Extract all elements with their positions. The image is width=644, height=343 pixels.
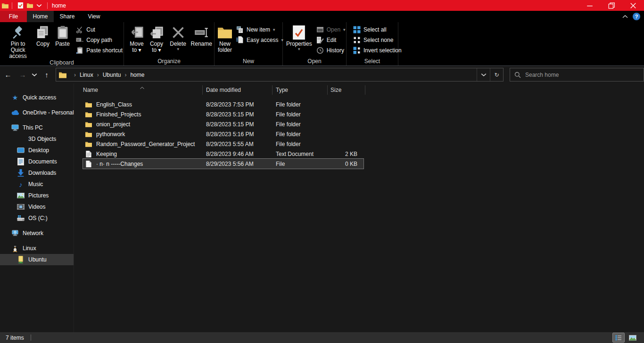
properties-button[interactable]: Properties▾ [286, 24, 312, 51]
breadcrumb-separator: › [74, 72, 76, 78]
ribbon-group-new: New folderNew item▾Easy access▾New [215, 22, 283, 65]
sidebar-item-label: Pictures [28, 192, 49, 199]
recent-locations-dropdown[interactable] [29, 72, 40, 78]
view-switcher [613, 333, 638, 342]
sidebar-item-desktop[interactable]: Desktop [0, 145, 74, 156]
sidebar-item-documents[interactable]: Documents [0, 156, 74, 167]
history-button[interactable]: History [316, 45, 346, 56]
breadcrumb-separator: › [124, 72, 126, 78]
column-header-date-modified[interactable]: Date modified [203, 85, 272, 95]
address-bar[interactable]: ›Linux›Ubuntu›home ↻ [56, 68, 504, 82]
search-box[interactable] [510, 68, 644, 82]
back-button[interactable]: ← [0, 71, 16, 79]
ribbon-group-open: Properties▾Open▾EditHistoryOpen [283, 22, 347, 65]
minimize-button[interactable] [579, 0, 601, 11]
column-header-type[interactable]: Type [272, 85, 328, 95]
qat-new-folder-button[interactable] [25, 1, 34, 10]
file-row[interactable]: Keeping8/28/2023 9:46 AMText Document2 K… [83, 149, 363, 159]
qat-properties-button[interactable] [16, 1, 25, 10]
tab-strip: HomeShareView [27, 11, 107, 22]
sidebar-item-this-pc[interactable]: This PC [0, 122, 74, 133]
sidebar-item-videos[interactable]: Videos [0, 201, 74, 212]
file-row[interactable]: Finished_Projects8/28/2023 5:15 PMFile f… [83, 109, 363, 119]
file-row[interactable]: Random_Password_Generator_Project8/29/20… [83, 139, 363, 149]
restore-button[interactable] [601, 0, 622, 11]
sidebar-item-music[interactable]: ♪Music [0, 179, 74, 190]
file-date: 8/29/2023 5:55 AM [203, 141, 272, 147]
documents-icon [17, 158, 25, 165]
search-input[interactable] [525, 72, 639, 78]
sidebar-item-ubuntu[interactable]: Ubuntu [0, 254, 74, 265]
easy-access-button[interactable]: Easy access▾ [236, 35, 283, 45]
file-date: 8/28/2023 5:16 PM [203, 131, 272, 138]
ubuntu-drive-icon [17, 256, 25, 263]
cut-icon [76, 26, 83, 33]
column-header-name[interactable]: Name [74, 85, 203, 95]
sidebar-item-3d-objects[interactable]: 3D Objects [0, 133, 74, 145]
help-button[interactable]: ? [633, 13, 640, 20]
sidebar-item-linux[interactable]: Linux [0, 243, 74, 254]
up-button[interactable]: ↑ [40, 71, 54, 79]
select-all-button[interactable]: Select all [353, 24, 402, 35]
tab-view[interactable]: View [81, 11, 107, 22]
new-folder-button[interactable]: New folder [218, 24, 232, 53]
delete-button[interactable]: Delete▾ [167, 24, 190, 51]
copy-to-button[interactable]: Copy to ▾ [147, 24, 166, 53]
refresh-button[interactable]: ↻ [490, 68, 503, 81]
file-date: 8/28/2023 5:15 PM [203, 111, 272, 118]
invert-selection-button[interactable]: Invert selection [353, 45, 402, 56]
file-row[interactable]: · n· n -----Changes8/29/2023 5:56 AMFile… [83, 159, 363, 169]
file-row[interactable]: onion_project8/28/2023 5:15 PMFile folde… [83, 119, 363, 129]
breadcrumb-separator: › [97, 72, 99, 78]
copy-button[interactable]: Copy [33, 24, 52, 47]
qat-customize-dropdown[interactable] [34, 1, 44, 10]
network-icon [11, 229, 19, 237]
copy-path-button[interactable]: WCopy path [76, 35, 123, 45]
sidebar-item-downloads[interactable]: Downloads [0, 167, 74, 179]
open-button[interactable]: Open▾ [316, 24, 346, 35]
file-name: · n· n -----Changes [96, 161, 143, 167]
forward-button[interactable]: → [16, 71, 29, 79]
delete-icon [171, 25, 185, 40]
tab-share[interactable]: Share [54, 11, 81, 22]
tab-home[interactable]: Home [27, 11, 54, 22]
paste-shortcut-button[interactable]: Paste shortcut [76, 45, 123, 56]
file-list: English_Class8/28/2023 7:53 PMFile folde… [74, 97, 644, 169]
select-none-button[interactable]: Select none [353, 35, 402, 45]
breadcrumb-segment-home[interactable]: home [130, 72, 144, 78]
file-row[interactable]: English_Class8/28/2023 7:53 PMFile folde… [83, 99, 363, 109]
linux-icon [11, 245, 19, 252]
rename-button[interactable]: Rename [190, 24, 213, 47]
tab-file[interactable]: File [0, 11, 27, 22]
sidebar-item-label: 3D Objects [28, 136, 56, 142]
sidebar-item-os-c-[interactable]: OS (C:) [0, 212, 74, 224]
sidebar-item-pictures[interactable]: Pictures [0, 190, 74, 201]
pin-to-quick-access-button[interactable]: Pin to Quick access [3, 24, 33, 59]
collapse-ribbon-icon[interactable] [622, 14, 628, 19]
drive-icon [17, 214, 25, 222]
star-icon: ★ [11, 94, 19, 101]
sidebar-item-quick-access[interactable]: ★Quick access [0, 92, 74, 103]
ribbon-group-label: Open [283, 57, 346, 65]
select-none-icon [353, 36, 361, 44]
address-history-dropdown[interactable] [477, 68, 490, 81]
breadcrumb-segment-linux[interactable]: Linux [80, 72, 93, 78]
new-item-button[interactable]: New item▾ [236, 24, 283, 35]
paste-button[interactable]: Paste [53, 24, 72, 47]
sidebar-item-onedrive-personal[interactable]: OneDrive - Personal [0, 107, 74, 118]
close-button[interactable] [622, 0, 644, 11]
thumbnails-view-button[interactable] [627, 333, 638, 342]
ribbon-tab-row: File HomeShareView ? [0, 11, 644, 22]
details-view-button[interactable] [613, 333, 624, 342]
edit-button[interactable]: Edit [316, 35, 346, 45]
file-name: onion_project [96, 121, 130, 128]
move-to-button[interactable]: Move to ▾ [127, 24, 146, 53]
column-header-size[interactable]: Size [328, 85, 365, 95]
breadcrumb-segment-ubuntu[interactable]: Ubuntu [103, 72, 121, 78]
file-row[interactable]: pythonwork8/28/2023 5:16 PMFile folder [83, 129, 363, 139]
sidebar-item-network[interactable]: Network [0, 228, 74, 239]
music-icon: ♪ [17, 180, 25, 188]
cut-button[interactable]: Cut [76, 24, 123, 35]
sidebar-item-label: Network [23, 230, 43, 237]
easy-access-icon [236, 36, 244, 44]
